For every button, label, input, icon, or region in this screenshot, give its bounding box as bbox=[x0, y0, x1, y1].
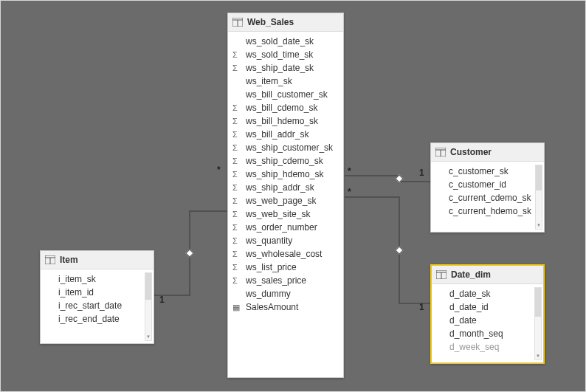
table-title: Date_dim bbox=[451, 269, 491, 280]
field-label: ws_sold_date_sk bbox=[246, 36, 337, 47]
scrollbar[interactable]: ▲▼ bbox=[535, 165, 542, 230]
sum-icon: Σ bbox=[232, 196, 244, 205]
field-row[interactable]: c_customer_sk bbox=[431, 165, 544, 178]
field-row[interactable]: i_rec_start_date bbox=[41, 299, 154, 312]
scrollbar[interactable]: ▲▼ bbox=[534, 287, 542, 360]
field-label: ws_bill_hdemo_sk bbox=[246, 116, 337, 126]
field-row[interactable]: d_date bbox=[432, 314, 543, 327]
scrollbar[interactable]: ▲▼ bbox=[145, 272, 152, 341]
field-row[interactable]: d_date_id bbox=[432, 300, 543, 314]
field-row[interactable]: Σws_bill_addr_sk bbox=[228, 128, 343, 141]
sum-icon: Σ bbox=[232, 236, 244, 245]
field-row[interactable]: Σws_sold_time_sk bbox=[228, 48, 343, 61]
sum-icon: Σ bbox=[232, 143, 244, 152]
cardinality-label: 1 bbox=[419, 168, 424, 178]
field-list: ws_sold_date_sk Σws_sold_time_sk Σws_shi… bbox=[228, 32, 343, 378]
field-label: i_item_id bbox=[58, 287, 148, 298]
field-label: c_current_cdemo_sk bbox=[449, 193, 538, 203]
field-label: ws_order_number bbox=[246, 222, 337, 233]
field-row[interactable]: Σws_ship_hdemo_sk bbox=[228, 168, 343, 181]
table-web-sales[interactable]: Web_Sales ws_sold_date_sk Σws_sold_time_… bbox=[227, 13, 344, 378]
field-row[interactable]: ▦SalesAmount bbox=[228, 300, 343, 314]
sum-icon: Σ bbox=[232, 183, 244, 192]
field-list: c_customer_sk c_customer_id c_current_cd… bbox=[431, 162, 544, 233]
field-row[interactable]: d_week_seq bbox=[432, 340, 543, 354]
table-icon bbox=[45, 255, 55, 264]
field-row[interactable]: d_month_seq bbox=[432, 327, 543, 340]
field-row[interactable]: d_date_sk bbox=[432, 287, 543, 300]
sum-icon: Σ bbox=[232, 263, 244, 272]
relationship-diamond[interactable] bbox=[395, 174, 403, 182]
field-row[interactable]: ws_dummy bbox=[228, 287, 343, 300]
field-row[interactable]: Σws_ship_addr_sk bbox=[228, 181, 343, 194]
field-label: ws_ship_date_sk bbox=[246, 63, 337, 73]
model-canvas[interactable]: 1 * 1 * 1 * Item i_item_sk i_item_id i_r… bbox=[1, 1, 585, 391]
table-header[interactable]: Date_dim bbox=[432, 266, 543, 284]
field-label: ws_dummy bbox=[246, 289, 337, 299]
sum-icon: Σ bbox=[232, 276, 244, 285]
field-row[interactable]: ws_bill_customer_sk bbox=[228, 88, 343, 101]
table-title: Customer bbox=[450, 147, 492, 157]
table-header[interactable]: Web_Sales bbox=[228, 13, 343, 32]
table-header[interactable]: Item bbox=[41, 251, 154, 269]
field-row[interactable]: Σws_ship_cdemo_sk bbox=[228, 154, 343, 168]
field-label: d_month_seq bbox=[449, 329, 537, 339]
field-row[interactable]: ws_item_sk bbox=[228, 75, 343, 88]
cardinality-label: * bbox=[217, 165, 221, 175]
field-row[interactable]: Σws_bill_hdemo_sk bbox=[228, 114, 343, 128]
sum-icon: Σ bbox=[232, 130, 244, 139]
relationship-diamond[interactable] bbox=[185, 249, 193, 257]
cardinality-label: 1 bbox=[419, 302, 424, 312]
sum-icon: Σ bbox=[232, 223, 244, 232]
field-row[interactable]: ws_sold_date_sk bbox=[228, 35, 343, 48]
table-icon bbox=[435, 148, 446, 157]
field-label: ws_ship_hdemo_sk bbox=[246, 169, 337, 179]
field-label: ws_wholesale_cost bbox=[246, 249, 337, 259]
field-row[interactable]: Σws_web_page_sk bbox=[228, 194, 343, 207]
cardinality-label: * bbox=[348, 187, 351, 197]
field-row[interactable]: Σws_ship_customer_sk bbox=[228, 141, 343, 154]
field-row[interactable]: i_rec_end_date bbox=[41, 312, 154, 326]
sum-icon: Σ bbox=[232, 63, 244, 72]
field-list: d_date_sk d_date_id d_date d_month_seq d… bbox=[432, 284, 543, 363]
field-label: ws_list_price bbox=[246, 262, 337, 272]
field-label: c_customer_sk bbox=[449, 166, 538, 176]
field-row[interactable]: Σws_sales_price bbox=[228, 274, 343, 287]
field-list: i_item_sk i_item_id i_rec_start_date i_r… bbox=[41, 269, 154, 344]
field-row[interactable]: c_current_cdemo_sk bbox=[431, 191, 544, 204]
field-row[interactable]: c_current_hdemo_sk bbox=[431, 204, 544, 218]
relationship-diamond[interactable] bbox=[395, 246, 403, 254]
field-label: c_customer_id bbox=[449, 179, 538, 190]
measure-icon: ▦ bbox=[232, 303, 244, 312]
field-label: i_rec_end_date bbox=[58, 314, 148, 324]
sum-icon: Σ bbox=[232, 250, 244, 258]
table-icon bbox=[436, 270, 447, 279]
field-row[interactable]: i_item_id bbox=[41, 286, 154, 299]
table-item[interactable]: Item i_item_sk i_item_id i_rec_start_dat… bbox=[40, 250, 154, 344]
table-date-dim[interactable]: Date_dim d_date_sk d_date_id d_date d_mo… bbox=[430, 264, 545, 364]
field-row[interactable]: Σws_list_price bbox=[228, 261, 343, 274]
table-title: Web_Sales bbox=[247, 17, 294, 27]
field-label: SalesAmount bbox=[246, 302, 337, 312]
field-row[interactable]: Σws_ship_date_sk bbox=[228, 61, 343, 75]
field-label: ws_web_site_sk bbox=[246, 209, 337, 219]
field-row[interactable]: Σws_bill_cdemo_sk bbox=[228, 101, 343, 114]
field-label: c_current_hdemo_sk bbox=[449, 206, 538, 216]
field-label: d_date_id bbox=[449, 302, 537, 312]
sum-icon: Σ bbox=[232, 157, 244, 165]
field-row[interactable]: Σws_web_site_sk bbox=[228, 207, 343, 221]
field-label: i_rec_start_date bbox=[58, 300, 148, 311]
field-row[interactable]: c_customer_id bbox=[431, 178, 544, 191]
field-label: ws_bill_addr_sk bbox=[246, 129, 337, 140]
field-row[interactable]: i_item_sk bbox=[41, 272, 154, 286]
field-label: ws_bill_cdemo_sk bbox=[246, 103, 337, 113]
table-icon bbox=[232, 18, 243, 27]
sum-icon: Σ bbox=[232, 50, 244, 59]
table-header[interactable]: Customer bbox=[431, 143, 544, 162]
field-row[interactable]: Σws_wholesale_cost bbox=[228, 247, 343, 261]
field-label: d_date_sk bbox=[449, 289, 537, 299]
field-row[interactable]: Σws_order_number bbox=[228, 221, 343, 234]
field-row[interactable]: Σws_quantity bbox=[228, 234, 343, 247]
sum-icon: Σ bbox=[232, 210, 244, 219]
table-customer[interactable]: Customer c_customer_sk c_customer_id c_c… bbox=[430, 142, 545, 233]
